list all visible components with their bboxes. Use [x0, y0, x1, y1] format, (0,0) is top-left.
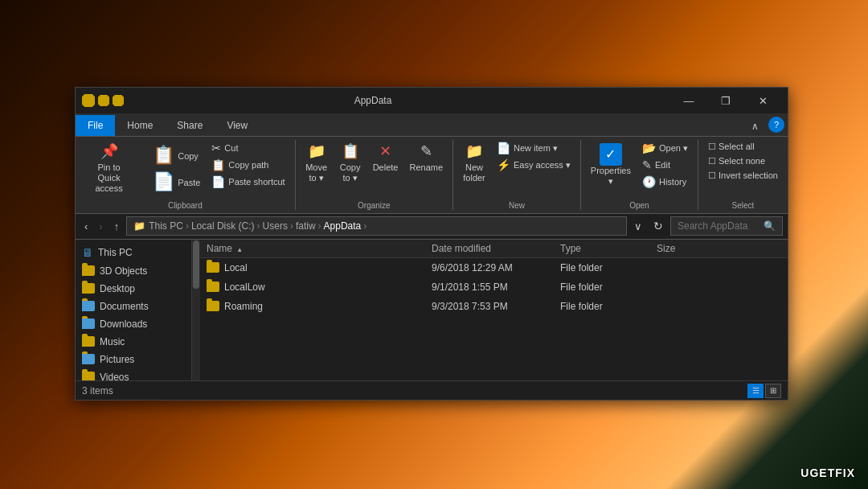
minimize-button[interactable]: — [670, 88, 707, 113]
delete-button[interactable]: ✕ Delete [368, 140, 403, 176]
back-button[interactable]: ‹ [80, 219, 92, 234]
address-dropdown-button[interactable]: ∨ [630, 219, 646, 234]
folder-icon-music [82, 336, 95, 347]
file-row-roaming[interactable]: Roaming 9/3/2018 7:53 PM File folder [200, 297, 788, 316]
easy-access-label: Easy access ▾ [514, 160, 571, 171]
new-folder-label: Newfolder [463, 162, 485, 183]
open-button[interactable]: 📂 Open ▾ [637, 140, 693, 156]
tab-share[interactable]: Share [165, 115, 215, 136]
watermark-text: UGETFIX [800, 466, 855, 479]
ribbon-help-button[interactable]: ? [768, 117, 784, 133]
edit-icon: ✎ [642, 158, 652, 171]
copy-path-button[interactable]: 📋 Copy path [207, 157, 289, 173]
rename-button[interactable]: ✎ Rename [404, 140, 448, 176]
ribbon-content: 📌 Pin to Quickaccess 📋 Copy 📄 Paste [76, 137, 788, 214]
maximize-button[interactable]: ❐ [707, 88, 744, 113]
view-buttons: ☰ ⊞ [747, 384, 781, 398]
breadcrumb-appdata[interactable]: AppData [324, 220, 362, 232]
header-date[interactable]: Date modified [432, 243, 560, 254]
sidebar-item-music[interactable]: Music [76, 333, 191, 351]
move-to-button[interactable]: 📁 Moveto ▾ [301, 140, 333, 187]
file-row-localow[interactable]: LocalLow 9/1/2018 1:55 PM File folder [200, 277, 788, 297]
edit-label: Edit [655, 160, 670, 170]
edit-button[interactable]: ✎ Edit [637, 157, 693, 173]
folder-icon-desktop [82, 283, 95, 294]
cut-button[interactable]: ✂ Cut [207, 140, 289, 156]
new-item-button[interactable]: 📄 New item ▾ [492, 140, 575, 156]
sidebar-scrollbar[interactable] [192, 240, 200, 380]
invert-selection-button[interactable]: ☐ Invert selection [703, 169, 783, 183]
cut-icon: ✂ [211, 142, 221, 154]
sidebar-item-label-pictures: Pictures [100, 354, 134, 365]
copy-icon: 📋 [153, 145, 174, 166]
copy-to-button[interactable]: 📋 Copyto ▾ [334, 140, 366, 187]
sidebar-item-pictures[interactable]: Pictures [76, 351, 191, 368]
breadcrumb-folder-icon: 📁 [133, 220, 145, 232]
breadcrumb[interactable]: 📁 This PC › Local Disk (C:) › Users › fa… [126, 216, 627, 236]
sidebar-item-desktop[interactable]: Desktop [76, 280, 191, 298]
file-row-local[interactable]: Local 9/6/2018 12:29 AM File folder [200, 258, 788, 277]
breadcrumb-users[interactable]: Users [263, 220, 288, 232]
up-button[interactable]: ↑ [110, 219, 124, 234]
header-size[interactable]: Size [657, 243, 721, 254]
file-type-localow: File folder [560, 281, 657, 293]
delete-icon: ✕ [379, 143, 391, 161]
paste-shortcut-label: Paste shortcut [228, 177, 285, 187]
sidebar-item-downloads[interactable]: Downloads [76, 315, 191, 333]
refresh-button[interactable]: ↻ [649, 218, 667, 234]
search-input[interactable] [678, 220, 760, 232]
header-type[interactable]: Type [560, 243, 657, 254]
file-list: Name ▲ Date modified Type Size Local 9/6… [200, 240, 788, 380]
close-button[interactable]: ✕ [744, 88, 781, 113]
select-none-button[interactable]: ☐ Select none [703, 154, 783, 168]
copy-button[interactable]: 📋 Copy [148, 140, 205, 169]
sidebar-item-label-desktop: Desktop [100, 283, 135, 294]
pin-to-quick-access-button[interactable]: 📌 Pin to Quickaccess [80, 140, 137, 197]
sidebar-scroll-thumb[interactable] [193, 240, 199, 289]
paste-button[interactable]: 📄 Paste [148, 170, 205, 199]
sidebar-item-this-pc[interactable]: 🖥 This PC [76, 243, 191, 262]
details-view-button[interactable]: ☰ [747, 384, 764, 398]
tab-home[interactable]: Home [115, 115, 165, 136]
tab-file[interactable]: File [76, 115, 115, 136]
watermark: UGETFIX [800, 466, 855, 479]
app-icon-2 [98, 95, 109, 106]
breadcrumb-this-pc[interactable]: This PC [149, 220, 183, 232]
tab-view[interactable]: View [215, 115, 260, 136]
paste-shortcut-icon: 📄 [211, 175, 225, 188]
sidebar-item-videos[interactable]: Videos [76, 368, 191, 380]
sidebar-item-documents[interactable]: Documents [76, 298, 191, 315]
breadcrumb-fatiw[interactable]: fatiw [296, 220, 316, 232]
pin-label: Pin to Quickaccess [85, 162, 133, 195]
open-col: 📂 Open ▾ ✎ Edit 🕐 History [637, 140, 693, 190]
properties-icon: ✓ [600, 143, 622, 166]
forward-button[interactable]: › [95, 219, 106, 234]
copy-to-label: Copyto ▾ [340, 162, 361, 183]
new-items: 📁 Newfolder 📄 New item ▾ ⚡ Easy access ▾ [458, 140, 575, 199]
header-name[interactable]: Name ▲ [207, 243, 432, 254]
new-col: 📄 New item ▾ ⚡ Easy access ▾ [492, 140, 575, 173]
invert-selection-label: ☐ Invert selection [708, 171, 778, 181]
ribbon-group-open: ✓ Properties▾ 📂 Open ▾ ✎ Edit 🕐 History [581, 140, 698, 210]
large-icons-view-button[interactable]: ⊞ [765, 384, 781, 398]
ribbon-group-clipboard: 📌 Pin to Quickaccess 📋 Copy 📄 Paste [76, 140, 296, 210]
app-icon-1 [82, 94, 95, 107]
status-bar: 3 items ☰ ⊞ [76, 380, 788, 400]
sidebar-item-3d-objects[interactable]: 3D Objects [76, 262, 191, 280]
file-date-localow: 9/1/2018 1:55 PM [432, 281, 560, 293]
easy-access-button[interactable]: ⚡ Easy access ▾ [492, 157, 575, 173]
select-all-button[interactable]: ☐ Select all [703, 140, 783, 154]
paste-shortcut-button[interactable]: 📄 Paste shortcut [207, 174, 289, 190]
breadcrumb-local-disk[interactable]: Local Disk (C:) [191, 220, 255, 232]
ribbon-collapse-arrow[interactable]: ∧ [745, 117, 765, 136]
folder-icon-downloads [82, 318, 95, 329]
move-icon: 📁 [308, 143, 326, 161]
move-label: Moveto ▾ [305, 162, 327, 183]
properties-button[interactable]: ✓ Properties▾ [586, 140, 636, 190]
history-button[interactable]: 🕐 History [637, 174, 693, 190]
sort-icon: ▲ [236, 246, 243, 253]
search-box[interactable]: 🔍 [670, 216, 783, 236]
new-folder-button[interactable]: 📁 Newfolder [458, 140, 490, 187]
folder-icon-pictures [82, 354, 95, 364]
ribbon-tabs: File Home Share View ∧ ? [76, 113, 788, 137]
